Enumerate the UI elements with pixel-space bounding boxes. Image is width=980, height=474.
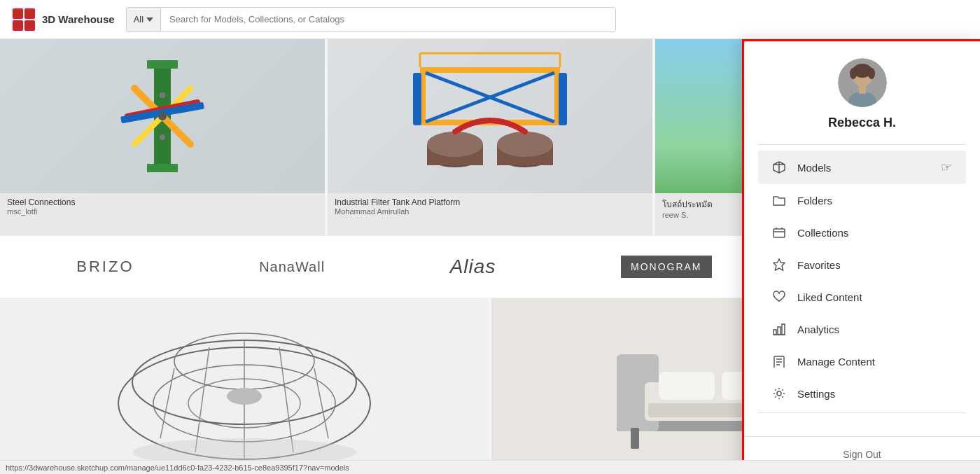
svg-rect-79 (782, 324, 785, 335)
svg-point-28 (497, 132, 553, 157)
svg-rect-4 (24, 20, 35, 31)
cube-icon (772, 160, 786, 174)
menu-item-folders[interactable]: Folders (758, 184, 966, 216)
logo-icon (11, 7, 36, 32)
avatar-image (838, 58, 887, 107)
menu-label-manage: Manage Content (797, 356, 875, 368)
manage-icon (772, 354, 786, 368)
brand-alias: Alias (450, 256, 496, 278)
collections-icon (772, 225, 786, 239)
svg-line-51 (279, 347, 293, 452)
model-info: Steel Connections msc_lotfi (0, 193, 325, 220)
menu-item-analytics[interactable]: Analytics (758, 313, 966, 345)
menu-item-collections[interactable]: Collections (758, 216, 966, 249)
svg-point-14 (160, 134, 165, 140)
status-url: https://3dwarehouse.sketchup.com/manage/… (6, 463, 349, 472)
menu-label-liked: Liked Content (797, 291, 862, 303)
model-title: Steel Connections (7, 197, 318, 207)
settings-icon (772, 386, 786, 400)
menu-label-folders: Folders (797, 195, 832, 207)
brand-brizo: BRIZO (76, 258, 134, 276)
svg-rect-69 (859, 85, 866, 94)
menu-item-favorites[interactable]: Favorites (758, 249, 966, 281)
main-area: Steel Connections msc_lotfi (0, 39, 980, 474)
svg-point-66 (850, 68, 857, 79)
svg-rect-6 (147, 60, 178, 69)
steel-connections-preview (92, 46, 232, 186)
model-card[interactable]: Industrial Filter Tank And Platform Moha… (328, 39, 655, 235)
svg-rect-58 (659, 372, 715, 400)
avatar (838, 58, 887, 107)
svg-rect-78 (778, 327, 780, 335)
svg-line-48 (160, 368, 174, 438)
svg-rect-2 (24, 8, 35, 19)
filter-tank-preview (399, 46, 581, 186)
svg-point-13 (160, 92, 165, 98)
brand-nanawall: NanaWall (259, 259, 325, 275)
sign-out-button[interactable]: Sign Out (843, 449, 881, 460)
svg-point-67 (868, 68, 875, 79)
svg-rect-60 (631, 428, 639, 449)
svg-rect-3 (13, 20, 23, 31)
weave-preview (0, 298, 489, 474)
logo-area[interactable]: 3D Warehouse (11, 7, 115, 32)
svg-line-52 (314, 368, 328, 438)
menu-item-manage[interactable]: Manage Content (758, 345, 966, 377)
menu-label-settings: Settings (797, 388, 835, 400)
user-dropdown-panel: Rebecca H. Models ☞ (742, 39, 980, 474)
model-author: Mohammad Amirullah (335, 207, 645, 216)
folder-icon (772, 193, 786, 207)
search-input[interactable] (169, 14, 607, 25)
svg-point-25 (427, 132, 483, 157)
menu-item-settings[interactable]: Settings (758, 377, 966, 410)
header: 3D Warehouse All (0, 0, 980, 39)
svg-rect-7 (147, 164, 178, 172)
menu-label-favorites: Favorites (797, 259, 841, 271)
svg-rect-15 (420, 67, 560, 73)
svg-marker-76 (774, 259, 785, 270)
model-author: msc_lotfi (7, 207, 318, 216)
menu-label-models: Models (797, 162, 831, 174)
menu-item-liked[interactable]: Liked Content (758, 281, 966, 313)
dropdown-inner: Rebecca H. Models ☞ (744, 41, 980, 416)
user-name: Rebecca H. (828, 116, 896, 130)
svg-rect-1 (13, 8, 23, 19)
svg-line-49 (195, 347, 209, 452)
search-input-wrap (160, 7, 616, 32)
svg-rect-22 (559, 73, 567, 125)
menu-label-analytics: Analytics (797, 323, 839, 335)
svg-rect-72 (774, 229, 785, 237)
model-card[interactable]: Steel Connections msc_lotfi (0, 39, 328, 235)
divider-bottom (758, 412, 966, 413)
svg-point-53 (227, 388, 262, 405)
model-info: Industrial Filter Tank And Platform Moha… (328, 193, 652, 220)
analytics-icon (772, 322, 786, 336)
brand-monogram: MONOGRAM (621, 256, 712, 278)
status-bar: https://3dwarehouse.sketchup.com/manage/… (0, 460, 980, 474)
bottom-card-weave[interactable] (0, 298, 491, 474)
divider (758, 144, 966, 145)
svg-rect-77 (774, 330, 776, 335)
menu-item-models[interactable]: Models ☞ (758, 151, 966, 184)
model-preview (0, 39, 325, 193)
svg-point-85 (777, 391, 781, 396)
model-title: Industrial Filter Tank And Platform (335, 197, 645, 207)
logo-text: 3D Warehouse (42, 13, 115, 25)
star-icon (772, 258, 786, 272)
svg-point-12 (158, 112, 167, 120)
search-dropdown[interactable]: All (126, 7, 160, 32)
search-area: All (126, 7, 616, 32)
cursor-pointer-icon: ☞ (941, 160, 952, 175)
menu-items: Models ☞ Folders (758, 148, 966, 412)
menu-label-collections: Collections (797, 227, 848, 239)
chevron-down-icon (146, 18, 153, 22)
heart-icon (772, 290, 786, 304)
model-preview (328, 39, 652, 193)
svg-rect-21 (413, 73, 421, 125)
